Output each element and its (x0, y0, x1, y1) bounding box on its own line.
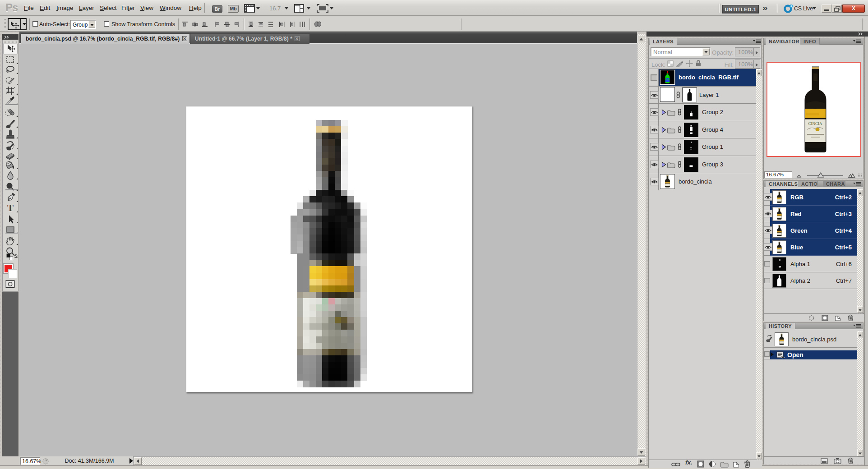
svg-text:T: T (7, 202, 14, 213)
svg-text:CINCIA: CINCIA (808, 121, 822, 126)
